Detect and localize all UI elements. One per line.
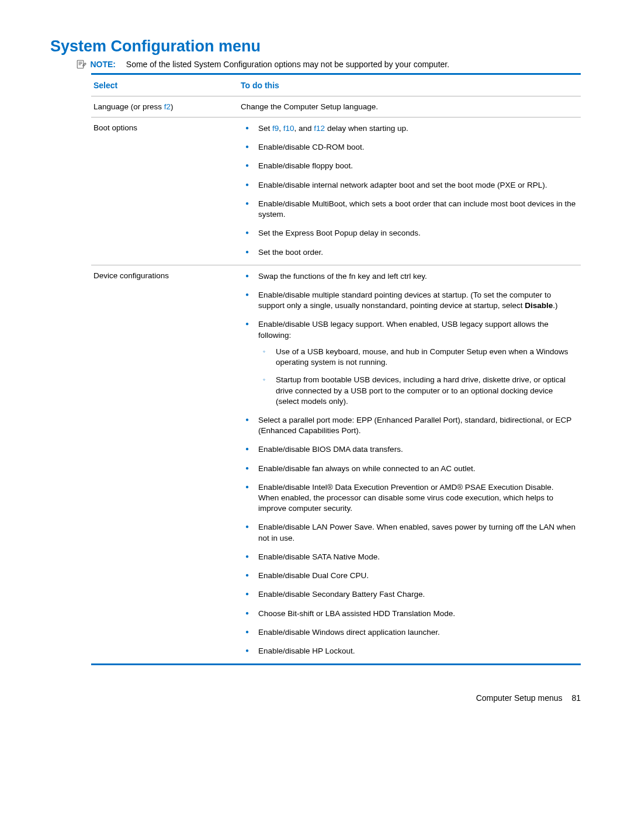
list-item: Enable/disable internal network adapter … <box>241 180 576 191</box>
list-item: Enable/disable LAN Power Save. When enab… <box>241 522 576 543</box>
cell-todo-language: Change the Computer Setup language. <box>238 96 581 117</box>
table-row: Device configurations Swap the functions… <box>91 265 581 663</box>
hotkey-f12: f12 <box>314 124 325 133</box>
list-item: Enable/disable Dual Core CPU. <box>241 571 576 581</box>
list-item: Enable/disable CD-ROM boot. <box>241 142 576 153</box>
list-item: Select a parallel port mode: EPP (Enhanc… <box>241 415 576 436</box>
sub-list-item: Use of a USB keyboard, mouse, and hub in… <box>258 347 576 368</box>
note-icon <box>76 59 88 70</box>
list-item: Swap the functions of the fn key and lef… <box>241 271 576 282</box>
table-row: Language (or press f2) Change the Comput… <box>91 96 581 117</box>
hotkey-f9: f9 <box>272 124 279 133</box>
header-todo: To do this <box>238 75 581 96</box>
hotkey-f2: f2 <box>164 102 171 111</box>
list-item: Enable/disable HP Lockout. <box>241 646 576 656</box>
note-text: Some of the listed System Configuration … <box>126 60 449 69</box>
table-header-row: Select To do this <box>91 75 581 96</box>
disable-bold: Disable <box>525 301 553 310</box>
list-item: Enable/disable SATA Native Mode. <box>241 552 576 562</box>
header-select: Select <box>91 75 238 96</box>
hotkey-f10: f10 <box>283 124 294 133</box>
cell-select-boot: Boot options <box>91 117 238 265</box>
cell-todo-device: Swap the functions of the fn key and lef… <box>238 265 581 663</box>
note-label: NOTE: <box>90 60 116 69</box>
cell-select-device: Device configurations <box>91 265 238 663</box>
list-item: Set the boot order. <box>241 247 576 258</box>
footer-page-number: 81 <box>564 693 581 703</box>
list-item: Set f9, f10, and f12 delay when starting… <box>241 123 576 134</box>
config-table: Select To do this Language (or press f2)… <box>91 73 581 665</box>
sub-list-item: Startup from bootable USB devices, inclu… <box>258 375 576 407</box>
list-item: Enable/disable fan always on while conne… <box>241 464 576 474</box>
table-row: Boot options Set f9, f10, and f12 delay … <box>91 117 581 265</box>
page-footer: Computer Setup menus 81 <box>91 665 581 703</box>
list-item: Enable/disable floppy boot. <box>241 161 576 171</box>
footer-section: Computer Setup menus <box>476 693 563 703</box>
lang-suffix: ) <box>171 102 174 111</box>
list-item: Choose Bit-shift or LBA assisted HDD Tra… <box>241 609 576 619</box>
list-item: Enable/disable BIOS DMA data transfers. <box>241 444 576 455</box>
svg-rect-0 <box>77 60 84 68</box>
list-item: Enable/disable Secondary Battery Fast Ch… <box>241 589 576 600</box>
cell-select-language: Language (or press f2) <box>91 96 238 117</box>
list-item: Enable/disable Intel® Data Execution Pre… <box>241 482 576 514</box>
cell-todo-boot: Set f9, f10, and f12 delay when starting… <box>238 117 581 265</box>
boot-item-pre: Set <box>258 124 272 133</box>
list-item: Enable/disable multiple standard pointin… <box>241 290 576 311</box>
list-item: Enable/disable USB legacy support. When … <box>241 319 576 407</box>
note-block: NOTE: Some of the listed System Configur… <box>76 59 581 70</box>
list-item: Enable/disable Windows direct applicatio… <box>241 627 576 638</box>
lang-prefix: Language (or press <box>93 102 164 111</box>
list-item: Set the Express Boot Popup delay in seco… <box>241 228 576 238</box>
list-item: Enable/disable MultiBoot, which sets a b… <box>241 199 576 220</box>
page-title: System Configuration menu <box>50 37 581 56</box>
